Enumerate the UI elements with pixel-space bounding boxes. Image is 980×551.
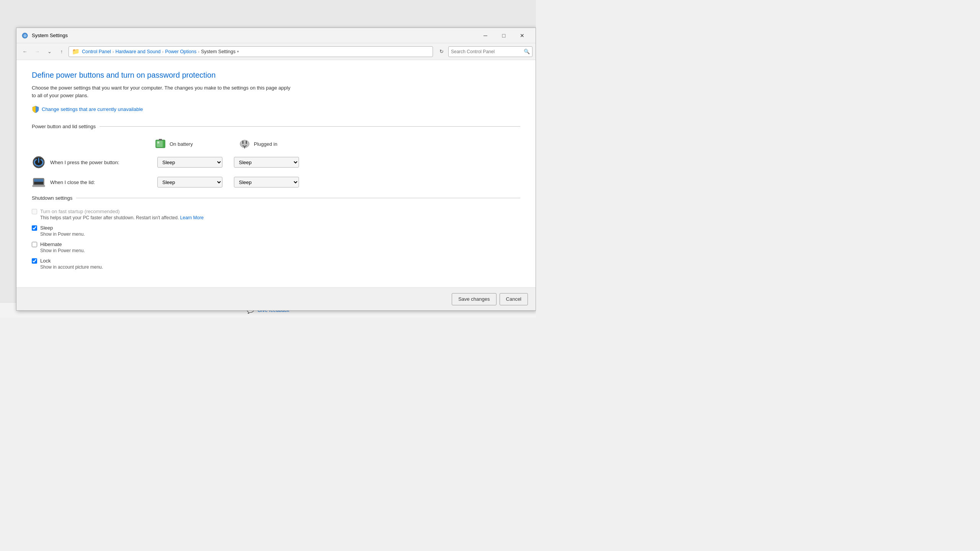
page-title: Define power buttons and turn on passwor… [32, 71, 520, 80]
refresh-button[interactable]: ↻ [436, 46, 447, 57]
change-settings-container: Change settings that are currently unava… [32, 105, 520, 113]
breadcrumb-system-settings: System Settings [201, 49, 235, 54]
shutdown-section-header: Shutdown settings [32, 195, 520, 201]
lock-label-row: Lock [32, 258, 520, 264]
lid-icon [32, 175, 46, 189]
search-box: 🔍 [448, 46, 532, 57]
hibernate-label: Hibernate [40, 241, 62, 247]
page-description: Choose the power settings that you want … [32, 84, 292, 99]
hibernate-checkbox[interactable] [32, 242, 37, 247]
back-button[interactable]: ← [20, 46, 30, 57]
breadcrumb-bar: 📁 Control Panel › Hardware and Sound › P… [69, 46, 433, 57]
lid-icon-container [32, 175, 46, 189]
minimize-button[interactable]: ─ [477, 29, 494, 42]
power-button-on-battery-dropdown[interactable]: Do nothing Sleep Hibernate Shut down Tur… [157, 157, 222, 168]
bottom-bar: Save changes Cancel [16, 287, 536, 310]
power-button-section-label: Power button and lid settings [32, 124, 96, 129]
sleep-label-row: Sleep [32, 225, 520, 231]
title-bar: ⚙ System Settings ─ □ ✕ [16, 28, 536, 43]
svg-rect-5 [157, 142, 159, 143]
hibernate-row: Hibernate Show in Power menu. [32, 241, 520, 253]
forward-button[interactable]: → [32, 46, 42, 57]
sleep-desc: Show in Power menu. [40, 231, 520, 237]
fast-startup-label: Turn on fast startup (recommended) [40, 209, 120, 214]
hibernate-label-row: Hibernate [32, 241, 520, 247]
plugged-in-header: Plugged in [238, 138, 300, 150]
shutdown-section-label: Shutdown settings [32, 195, 72, 201]
sleep-checkbox[interactable] [32, 225, 37, 231]
plug-icon [238, 138, 251, 150]
fast-startup-desc: This helps start your PC faster after sh… [40, 215, 520, 220]
fast-startup-label-row: Turn on fast startup (recommended) [32, 209, 520, 214]
breadcrumb-folder-icon: 📁 [72, 48, 80, 55]
search-input[interactable] [451, 49, 522, 54]
svg-rect-3 [159, 139, 162, 140]
cancel-button[interactable]: Cancel [500, 293, 528, 305]
learn-more-link[interactable]: Learn More [180, 215, 204, 220]
power-button-dropdowns: Do nothing Sleep Hibernate Shut down Tur… [157, 157, 299, 168]
breadcrumb-control-panel[interactable]: Control Panel [82, 49, 111, 54]
breadcrumb-hardware-sound[interactable]: Hardware and Sound [115, 49, 160, 54]
svg-rect-13 [34, 179, 43, 182]
lock-label: Lock [40, 258, 51, 264]
power-button-icon-container [32, 155, 46, 169]
close-lid-dropdowns: Do nothing Sleep Hibernate Shut down Tur… [157, 177, 299, 187]
fast-startup-row: Turn on fast startup (recommended) This … [32, 209, 520, 220]
save-changes-button[interactable]: Save changes [452, 293, 496, 305]
section-divider [100, 126, 520, 127]
maximize-button[interactable]: □ [495, 29, 513, 42]
system-settings-window: ⚙ System Settings ─ □ ✕ ← → ⌄ ↑ 📁 Contro… [16, 28, 536, 311]
power-button-row: When I press the power button: Do nothin… [32, 155, 520, 169]
close-lid-on-battery-dropdown[interactable]: Do nothing Sleep Hibernate Shut down Tur… [157, 177, 222, 187]
close-lid-plugged-in-dropdown[interactable]: Do nothing Sleep Hibernate Shut down Tur… [234, 177, 299, 187]
fast-startup-checkbox[interactable] [32, 209, 37, 214]
lock-desc: Show in account picture menu. [40, 264, 520, 270]
search-icon[interactable]: 🔍 [524, 49, 530, 54]
svg-text:⚙: ⚙ [23, 34, 27, 38]
hibernate-desc: Show in Power menu. [40, 248, 520, 253]
lock-row: Lock Show in account picture menu. [32, 258, 520, 270]
power-button-icon [32, 155, 46, 169]
power-table-headers: On battery Plugged in [154, 137, 520, 151]
up-button[interactable]: ↑ [56, 46, 67, 57]
svg-rect-7 [242, 141, 243, 144]
breadcrumb-power-options[interactable]: Power Options [165, 49, 196, 54]
svg-rect-15 [37, 185, 40, 186]
plugged-in-label: Plugged in [254, 141, 277, 147]
close-lid-label: When I close the lid: [50, 179, 154, 185]
lock-checkbox[interactable] [32, 258, 37, 264]
shutdown-section-divider [76, 198, 520, 198]
breadcrumb-dropdown-icon[interactable]: ▾ [237, 49, 239, 54]
battery-icon [154, 137, 167, 151]
power-button-plugged-in-dropdown[interactable]: Do nothing Sleep Hibernate Shut down Tur… [234, 157, 299, 168]
on-battery-label: On battery [170, 141, 193, 147]
power-button-section-header: Power button and lid settings [32, 124, 520, 129]
window-icon: ⚙ [21, 32, 29, 39]
close-button[interactable]: ✕ [513, 29, 531, 42]
power-button-label: When I press the power button: [50, 160, 154, 165]
settings-icon: ⚙ [21, 32, 28, 39]
content-area: Define power buttons and turn on passwor… [16, 60, 536, 287]
close-lid-row: When I close the lid: Do nothing Sleep H… [32, 175, 520, 189]
window-title: System Settings [32, 33, 477, 38]
window-controls: ─ □ ✕ [477, 29, 531, 42]
sleep-row: Sleep Show in Power menu. [32, 225, 520, 237]
change-settings-link[interactable]: Change settings that are currently unava… [42, 106, 143, 112]
recent-locations-button[interactable]: ⌄ [44, 46, 55, 57]
navigation-bar: ← → ⌄ ↑ 📁 Control Panel › Hardware and S… [16, 43, 536, 60]
svg-rect-8 [246, 141, 247, 144]
uac-shield-icon [32, 105, 39, 113]
on-battery-header: On battery [154, 137, 216, 151]
sleep-label: Sleep [40, 225, 53, 231]
